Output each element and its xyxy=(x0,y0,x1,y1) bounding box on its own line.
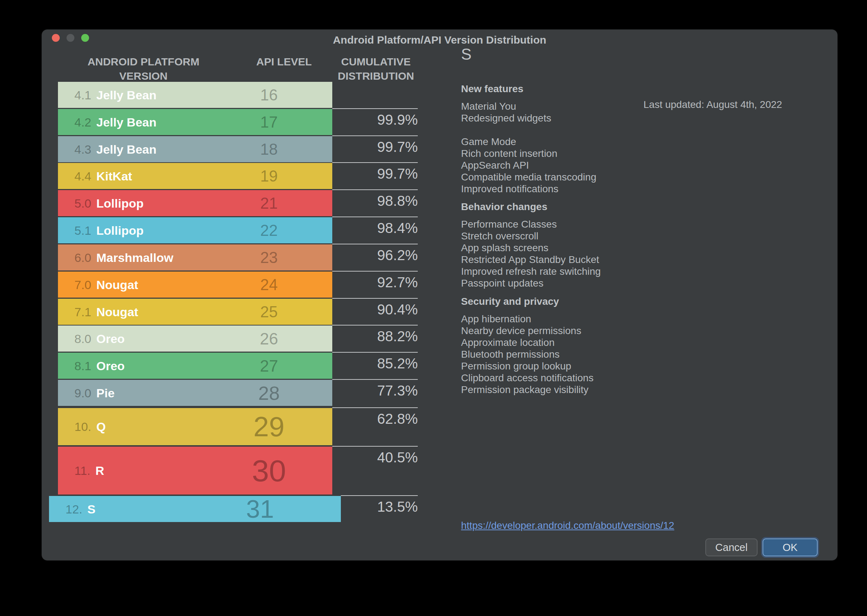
row-version-label: 4.1Jelly Bean xyxy=(74,88,156,102)
distribution-value: 88.2% xyxy=(343,328,418,344)
distribution-separator xyxy=(332,325,418,325)
row-version-name: Q xyxy=(96,420,106,434)
distribution-value: 98.8% xyxy=(343,193,418,209)
row-version-name: R xyxy=(96,464,104,478)
section-title: Behavior changes xyxy=(461,201,733,212)
row-version-prefix: 8.0 xyxy=(74,332,91,345)
section-title: Security and privacy xyxy=(461,296,733,307)
distribution-separator xyxy=(332,298,418,299)
platform-row[interactable]: 5.1Lollipop22 xyxy=(58,217,332,243)
row-version-label: 12.S xyxy=(65,502,96,516)
platform-row[interactable]: 4.3Jelly Bean18 xyxy=(58,136,332,162)
row-version-label: 11.R xyxy=(74,464,104,478)
row-version-label: 8.0Oreo xyxy=(74,332,125,346)
distribution-value: 96.2% xyxy=(343,247,418,263)
distribution-separator xyxy=(332,135,418,136)
row-version-prefix: 5.1 xyxy=(74,223,91,237)
row-version-prefix: 8.1 xyxy=(74,359,91,372)
distribution-value: 13.5% xyxy=(343,499,418,515)
platform-row[interactable]: 11.R30 xyxy=(58,446,332,495)
row-version-label: 5.1Lollipop xyxy=(74,223,143,237)
versions-link[interactable]: https://developer.android.com/about/vers… xyxy=(461,520,674,531)
platform-row[interactable]: 10.Q29 xyxy=(58,408,332,445)
row-version-name: Jelly Bean xyxy=(96,142,156,156)
row-version-label: 10.Q xyxy=(74,420,106,434)
distribution-value: 99.7% xyxy=(343,166,418,182)
row-api-level: 27 xyxy=(221,353,317,379)
row-version-name: S xyxy=(87,502,96,515)
section-items: Performance Classes Stretch overscroll A… xyxy=(461,218,733,289)
distribution-value: 99.9% xyxy=(343,112,418,128)
row-api-level: 31 xyxy=(212,496,308,522)
section-security-privacy: Security and privacy App hibernation Nea… xyxy=(461,296,733,396)
platform-row[interactable]: 7.0Nougat24 xyxy=(58,272,332,298)
row-version-label: 5.0Lollipop xyxy=(74,196,143,210)
ok-button[interactable]: OK xyxy=(763,539,818,556)
distribution-value: 98.4% xyxy=(343,220,418,236)
row-version-name: Lollipop xyxy=(96,223,143,237)
row-api-level: 22 xyxy=(221,217,317,243)
row-api-level: 25 xyxy=(221,299,317,325)
row-version-prefix: 4.1 xyxy=(74,88,91,102)
distribution-separator xyxy=(332,108,418,109)
row-api-level: 24 xyxy=(221,272,317,298)
row-api-level: 21 xyxy=(221,190,317,216)
row-version-prefix: 6.0 xyxy=(74,250,91,264)
distribution-separator xyxy=(332,189,418,190)
distribution-value: 62.8% xyxy=(343,411,418,427)
row-version-name: Jelly Bean xyxy=(96,115,156,129)
distribution-separator xyxy=(332,352,418,353)
distribution-value: 85.2% xyxy=(343,355,418,372)
row-version-name: Jelly Bean xyxy=(96,88,156,102)
row-version-name: Oreo xyxy=(96,332,125,345)
row-api-level: 29 xyxy=(221,408,317,445)
row-version-name: Lollipop xyxy=(96,196,143,210)
details-heading: S xyxy=(461,46,471,63)
row-version-label: 9.0Pie xyxy=(74,386,115,400)
distribution-separator xyxy=(332,162,418,163)
cancel-button[interactable]: Cancel xyxy=(705,539,758,556)
platform-row[interactable]: 4.1Jelly Bean16 xyxy=(58,82,332,108)
row-version-name: Nougat xyxy=(96,278,138,291)
row-version-label: 6.0Marshmallow xyxy=(74,250,173,264)
row-version-prefix: 12. xyxy=(65,502,82,515)
row-version-prefix: 5.0 xyxy=(74,196,91,210)
row-version-label: 4.3Jelly Bean xyxy=(74,142,156,156)
distribution-value: 40.5% xyxy=(343,449,418,465)
platform-row[interactable]: 8.1Oreo27 xyxy=(58,353,332,379)
distribution-separator xyxy=(332,407,418,408)
platform-row[interactable]: 9.0Pie28 xyxy=(58,380,332,406)
section-title: New features xyxy=(461,83,733,95)
row-version-prefix: 11. xyxy=(74,464,90,478)
row-version-label: 7.0Nougat xyxy=(74,278,138,292)
dialog-window: Android Platform/API Version Distributio… xyxy=(41,29,838,561)
platform-row[interactable]: 8.0Oreo26 xyxy=(58,325,332,352)
platform-row[interactable]: 6.0Marshmallow23 xyxy=(58,244,332,270)
row-api-level: 18 xyxy=(221,136,317,162)
row-api-level: 19 xyxy=(221,163,317,189)
row-api-level: 30 xyxy=(221,446,317,495)
distribution-value: 90.4% xyxy=(343,302,418,317)
row-version-label: 4.4KitKat xyxy=(74,169,132,183)
row-api-level: 26 xyxy=(221,325,317,352)
row-version-name: Pie xyxy=(96,386,115,399)
platform-row[interactable]: 12.S31 xyxy=(49,496,341,522)
platform-row[interactable]: 5.0Lollipop21 xyxy=(58,190,332,216)
distribution-value: 92.7% xyxy=(343,274,418,291)
row-api-level: 23 xyxy=(221,244,317,270)
distribution-separator xyxy=(332,244,418,244)
row-version-prefix: 4.4 xyxy=(74,169,91,182)
distribution-value: 77.3% xyxy=(343,383,418,399)
row-version-prefix: 7.1 xyxy=(74,305,91,318)
platform-row[interactable]: 4.2Jelly Bean17 xyxy=(58,109,332,135)
platform-row[interactable]: 4.4KitKat19 xyxy=(58,163,332,189)
distribution-value: 99.7% xyxy=(343,139,418,155)
section-behavior-changes: Behavior changes Performance Classes Str… xyxy=(461,201,733,289)
row-api-level: 28 xyxy=(221,380,317,406)
row-version-name: Oreo xyxy=(96,359,125,372)
row-version-prefix: 4.3 xyxy=(74,142,91,156)
distribution-separator xyxy=(332,217,418,217)
section-items: Material You Redesigned widgets Game Mod… xyxy=(461,101,733,195)
platform-row[interactable]: 7.1Nougat25 xyxy=(58,299,332,325)
row-version-prefix: 7.0 xyxy=(74,278,91,291)
